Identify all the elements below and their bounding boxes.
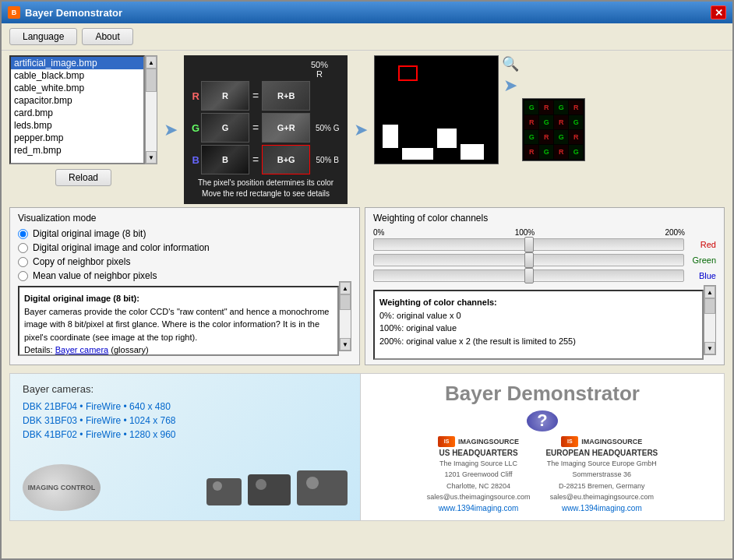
eu-hq: IS IMAGINGSOURCE EUROPEAN HEADQUARTERS T… xyxy=(545,436,658,512)
promo-left-content: Bayer cameras: DBK 21BF04 • FireWire • 6… xyxy=(23,383,348,440)
file-list-item[interactable]: red_m.bmp xyxy=(11,144,143,157)
color-grid-cell: G xyxy=(539,145,553,159)
bayer-rb-cell: R+B xyxy=(262,81,310,111)
weight-scroll-thumb[interactable] xyxy=(704,298,715,314)
viz-radio-2[interactable] xyxy=(18,257,28,267)
r-label: R xyxy=(189,90,199,102)
file-list-item[interactable]: capacitor.bmp xyxy=(11,94,143,107)
top-content-row: artificial_image.bmpcable_black.bmpcable… xyxy=(2,51,732,204)
red-slider-row: Red xyxy=(373,238,716,251)
desc-scroll-thumb[interactable] xyxy=(340,294,351,310)
scroll-down-button[interactable]: ▼ xyxy=(146,151,157,164)
file-listbox[interactable]: artificial_image.bmpcable_black.bmpcable… xyxy=(9,55,145,164)
file-list-item[interactable]: artificial_image.bmp xyxy=(11,57,143,69)
bayer-header: 50% R xyxy=(201,60,343,79)
toolbar: Language About xyxy=(2,23,732,51)
blue-slider[interactable] xyxy=(373,269,684,282)
hq-section: IS IMAGINGSOURCE US HEADQUARTERS The Ima… xyxy=(373,436,711,512)
camera-lens-2 xyxy=(256,479,266,490)
r-header xyxy=(201,60,249,79)
camera-images-group xyxy=(206,470,348,505)
viz-panel-title: Visualization mode xyxy=(18,213,351,224)
viz-option-3[interactable]: Mean value of neighbor pixels xyxy=(18,270,351,281)
app-icon: B xyxy=(8,6,20,19)
middle-row: Visualization mode Digital original imag… xyxy=(2,204,732,368)
us-address2: Charlotte, NC 28204 xyxy=(446,481,510,491)
g-label: G xyxy=(189,122,199,134)
us-hq-title: US HEADQUARTERS xyxy=(439,449,517,457)
viz-option-1[interactable]: Digital original image and color informa… xyxy=(18,242,351,253)
viz-radio-0[interactable] xyxy=(18,229,28,239)
color-grid-cell: G xyxy=(539,115,553,129)
us-website-link[interactable]: www.1394imaging.com xyxy=(439,504,519,512)
green-slider[interactable] xyxy=(373,254,684,266)
red-rect-indicator[interactable] xyxy=(398,65,418,81)
viz-radio-1[interactable] xyxy=(18,243,28,253)
scroll-up-button[interactable]: ▲ xyxy=(146,56,157,69)
bayer-b-cell: B xyxy=(201,145,249,174)
camera-item-3: DBK 41BF02 • FireWire • 1280 x 960 xyxy=(23,429,176,440)
file-list-item[interactable]: cable_white.bmp xyxy=(11,82,143,94)
viz-option-0[interactable]: Digital original image (8 bit) xyxy=(18,228,351,239)
eu-address1: Sommerstrasse 36 xyxy=(573,470,632,480)
visualization-panel: Visualization mode Digital original imag… xyxy=(9,207,360,365)
camera-shape-3 xyxy=(297,470,348,505)
scroll-thumb[interactable] xyxy=(146,69,157,92)
bayer-camera-link[interactable]: Bayer camera xyxy=(55,345,108,354)
red-slider[interactable] xyxy=(373,238,684,251)
color-grid-panel: GRGRRGRGGRGRRGRG xyxy=(522,98,585,161)
color-grid-cell: R xyxy=(554,145,568,159)
weight-desc-line1: 0%: original value x 0 xyxy=(379,311,461,320)
desc-scrollbar[interactable]: ▲ ▼ xyxy=(339,281,351,351)
slider-labels: 0% 100% 200% xyxy=(373,228,716,237)
weight-scroll-down[interactable]: ▼ xyxy=(704,342,715,354)
about-button[interactable]: About xyxy=(82,28,132,45)
promo-area: Bayer cameras: DBK 21BF04 • FireWire • 6… xyxy=(9,373,725,521)
bayer-row-g: G G = G+R 50% G xyxy=(189,113,343,143)
color-grid-cell: R xyxy=(539,100,553,114)
viz-radio-3[interactable] xyxy=(18,271,28,281)
titlebar: B Bayer Demonstrator ✕ xyxy=(2,2,732,23)
b-pct-label: 50% B xyxy=(312,156,343,164)
viz-option-2[interactable]: Copy of neighbor pixels xyxy=(18,256,351,267)
blue-slider-row: Blue xyxy=(373,269,716,282)
color-grid-cell: R xyxy=(539,130,553,144)
us-company: The Imaging Source LLC xyxy=(439,459,517,469)
weight-scrollbar[interactable]: ▲ ▼ xyxy=(704,285,716,355)
desc-scroll-up[interactable]: ▲ xyxy=(340,282,351,294)
camera-list: DBK 21BF04 • FireWire • 640 x 480 DBK 31… xyxy=(23,401,176,440)
color-grid-cell: R xyxy=(569,100,583,114)
g-pct-label: 50% G xyxy=(312,124,343,132)
desc-box-wrapper: Digital original image (8 bit): Bayer ca… xyxy=(18,281,351,356)
reload-button[interactable]: Reload xyxy=(55,169,111,186)
eu-website-link[interactable]: www.1394imaging.com xyxy=(562,504,642,512)
close-button[interactable]: ✕ xyxy=(711,5,726,19)
file-list-item[interactable]: leds.bmp xyxy=(11,119,143,132)
color-grid-cell: R xyxy=(524,115,538,129)
eu-logo-text: IMAGINGSOURCE xyxy=(581,438,642,446)
desc-details-prefix: Details: xyxy=(24,345,55,354)
file-list-item[interactable]: card.bmp xyxy=(11,107,143,119)
pct-0-label: 0% xyxy=(373,228,384,237)
file-list-item[interactable]: cable_black.bmp xyxy=(11,69,143,82)
blue-channel-label: Blue xyxy=(689,271,716,280)
camera-lens-3 xyxy=(306,477,319,489)
us-logo-icon: IS xyxy=(438,436,455,447)
magnifier-icon: 🔍 xyxy=(502,55,519,72)
desc-scroll-down[interactable]: ▼ xyxy=(340,338,351,350)
color-grid-cell: G xyxy=(554,100,568,114)
weight-scroll-up[interactable]: ▲ xyxy=(704,286,715,298)
viz-option-label-3: Mean value of neighbor pixels xyxy=(33,270,157,281)
help-icon[interactable]: ? xyxy=(527,410,558,431)
app-branding-title: Bayer Demonstrator xyxy=(445,382,640,406)
plus-sign-b: = xyxy=(251,153,260,166)
viz-option-label-1: Digital original image and color informa… xyxy=(33,242,210,253)
language-button[interactable]: Language xyxy=(9,28,77,45)
file-list-item[interactable]: pepper.bmp xyxy=(11,132,143,144)
color-grid-cell: G xyxy=(569,145,583,159)
eu-hq-title: EUROPEAN HEADQUARTERS xyxy=(545,449,658,457)
file-list-scrollbar[interactable]: ▲ ▼ xyxy=(145,55,157,164)
arrow-right-icon-2: ➤ xyxy=(351,120,371,140)
ic-logo-line: IMAGING CONTROL xyxy=(28,484,96,491)
bayer-caption1: The pixel's position determines its colo… xyxy=(189,178,343,188)
